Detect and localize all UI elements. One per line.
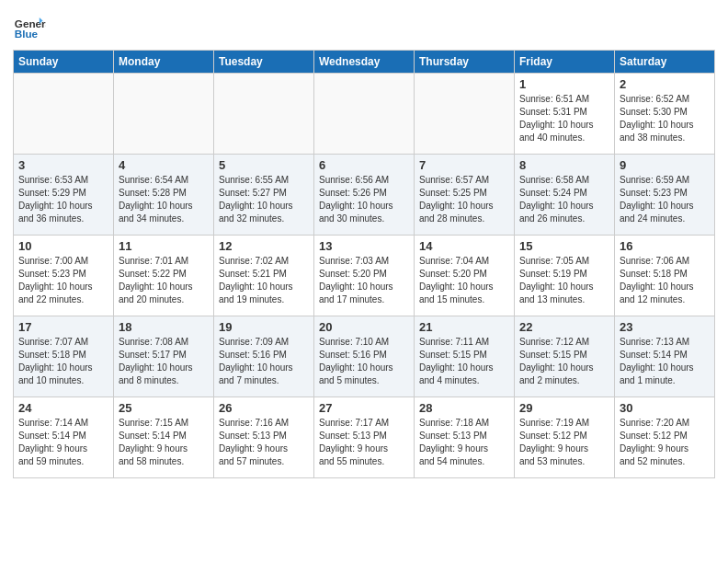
- day-info: Sunrise: 7:16 AM Sunset: 5:13 PM Dayligh…: [219, 417, 309, 468]
- day-info: Sunrise: 7:03 AM Sunset: 5:20 PM Dayligh…: [319, 255, 409, 306]
- calendar-cell: 8Sunrise: 6:58 AM Sunset: 5:24 PM Daylig…: [515, 155, 615, 236]
- calendar-cell: 23Sunrise: 7:13 AM Sunset: 5:14 PM Dayli…: [615, 316, 715, 397]
- svg-text:Blue: Blue: [15, 28, 39, 40]
- day-info: Sunrise: 6:59 AM Sunset: 5:23 PM Dayligh…: [620, 174, 710, 225]
- day-number: 7: [419, 158, 509, 172]
- weekday-header-sunday: Sunday: [14, 51, 114, 74]
- day-info: Sunrise: 6:58 AM Sunset: 5:24 PM Dayligh…: [519, 174, 609, 225]
- day-number: 27: [319, 401, 409, 415]
- day-info: Sunrise: 7:07 AM Sunset: 5:18 PM Dayligh…: [18, 336, 108, 387]
- day-number: 24: [18, 401, 108, 415]
- calendar-cell: 15Sunrise: 7:05 AM Sunset: 5:19 PM Dayli…: [515, 236, 615, 316]
- calendar-cell: [14, 74, 114, 155]
- day-number: 17: [18, 320, 108, 334]
- calendar-cell: 20Sunrise: 7:10 AM Sunset: 5:16 PM Dayli…: [314, 316, 415, 397]
- calendar-cell: 6Sunrise: 6:56 AM Sunset: 5:26 PM Daylig…: [314, 155, 415, 236]
- day-info: Sunrise: 6:54 AM Sunset: 5:28 PM Dayligh…: [119, 174, 209, 225]
- day-info: Sunrise: 7:19 AM Sunset: 5:12 PM Dayligh…: [519, 417, 609, 468]
- day-number: 2: [620, 77, 710, 91]
- logo-icon: General Blue: [13, 9, 46, 42]
- day-info: Sunrise: 7:06 AM Sunset: 5:18 PM Dayligh…: [620, 255, 710, 306]
- day-info: Sunrise: 7:09 AM Sunset: 5:16 PM Dayligh…: [219, 336, 309, 387]
- day-info: Sunrise: 6:51 AM Sunset: 5:31 PM Dayligh…: [519, 93, 609, 144]
- calendar-cell: 22Sunrise: 7:12 AM Sunset: 5:15 PM Dayli…: [515, 316, 615, 397]
- calendar-cell: 26Sunrise: 7:16 AM Sunset: 5:13 PM Dayli…: [214, 397, 314, 478]
- day-info: Sunrise: 7:01 AM Sunset: 5:22 PM Dayligh…: [119, 255, 209, 306]
- calendar-cell: [314, 74, 415, 155]
- day-info: Sunrise: 7:04 AM Sunset: 5:20 PM Dayligh…: [419, 255, 509, 306]
- calendar-cell: 9Sunrise: 6:59 AM Sunset: 5:23 PM Daylig…: [615, 155, 715, 236]
- calendar-cell: 13Sunrise: 7:03 AM Sunset: 5:20 PM Dayli…: [314, 236, 415, 316]
- calendar-cell: 30Sunrise: 7:20 AM Sunset: 5:12 PM Dayli…: [615, 397, 715, 478]
- day-number: 8: [519, 158, 609, 172]
- calendar-cell: 14Sunrise: 7:04 AM Sunset: 5:20 PM Dayli…: [415, 236, 515, 316]
- weekday-header-tuesday: Tuesday: [214, 51, 314, 74]
- day-info: Sunrise: 7:12 AM Sunset: 5:15 PM Dayligh…: [519, 336, 609, 387]
- day-number: 3: [18, 158, 108, 172]
- day-number: 15: [519, 239, 609, 253]
- calendar-cell: 19Sunrise: 7:09 AM Sunset: 5:16 PM Dayli…: [214, 316, 314, 397]
- calendar-cell: 17Sunrise: 7:07 AM Sunset: 5:18 PM Dayli…: [14, 316, 114, 397]
- weekday-header-thursday: Thursday: [415, 51, 515, 74]
- calendar-cell: 25Sunrise: 7:15 AM Sunset: 5:14 PM Dayli…: [114, 397, 214, 478]
- day-number: 30: [620, 401, 710, 415]
- day-number: 5: [219, 158, 309, 172]
- day-info: Sunrise: 7:11 AM Sunset: 5:15 PM Dayligh…: [419, 336, 509, 387]
- calendar-cell: 3Sunrise: 6:53 AM Sunset: 5:29 PM Daylig…: [14, 155, 114, 236]
- calendar-cell: 7Sunrise: 6:57 AM Sunset: 5:25 PM Daylig…: [415, 155, 515, 236]
- weekday-header-wednesday: Wednesday: [314, 51, 415, 74]
- day-info: Sunrise: 7:15 AM Sunset: 5:14 PM Dayligh…: [119, 417, 209, 468]
- day-info: Sunrise: 6:53 AM Sunset: 5:29 PM Dayligh…: [18, 174, 108, 225]
- day-number: 29: [519, 401, 609, 415]
- day-info: Sunrise: 7:17 AM Sunset: 5:13 PM Dayligh…: [319, 417, 409, 468]
- page: General Blue SundayMondayTuesdayWednesda…: [0, 0, 728, 488]
- day-number: 13: [319, 239, 409, 253]
- day-number: 26: [219, 401, 309, 415]
- day-number: 11: [119, 239, 209, 253]
- day-number: 19: [219, 320, 309, 334]
- logo: General Blue: [13, 9, 46, 42]
- calendar-cell: 18Sunrise: 7:08 AM Sunset: 5:17 PM Dayli…: [114, 316, 214, 397]
- calendar-cell: [114, 74, 214, 155]
- day-number: 20: [319, 320, 409, 334]
- day-info: Sunrise: 7:10 AM Sunset: 5:16 PM Dayligh…: [319, 336, 409, 387]
- calendar-cell: 27Sunrise: 7:17 AM Sunset: 5:13 PM Dayli…: [314, 397, 415, 478]
- weekday-header-friday: Friday: [515, 51, 615, 74]
- day-info: Sunrise: 6:56 AM Sunset: 5:26 PM Dayligh…: [319, 174, 409, 225]
- day-number: 21: [419, 320, 509, 334]
- day-info: Sunrise: 6:55 AM Sunset: 5:27 PM Dayligh…: [219, 174, 309, 225]
- day-info: Sunrise: 7:14 AM Sunset: 5:14 PM Dayligh…: [18, 417, 108, 468]
- day-info: Sunrise: 7:13 AM Sunset: 5:14 PM Dayligh…: [620, 336, 710, 387]
- day-number: 1: [519, 77, 609, 91]
- calendar-cell: 10Sunrise: 7:00 AM Sunset: 5:23 PM Dayli…: [14, 236, 114, 316]
- day-number: 4: [119, 158, 209, 172]
- day-info: Sunrise: 7:08 AM Sunset: 5:17 PM Dayligh…: [119, 336, 209, 387]
- week-row-2: 3Sunrise: 6:53 AM Sunset: 5:29 PM Daylig…: [14, 155, 715, 236]
- calendar-cell: 5Sunrise: 6:55 AM Sunset: 5:27 PM Daylig…: [214, 155, 314, 236]
- day-number: 18: [119, 320, 209, 334]
- day-number: 10: [18, 239, 108, 253]
- calendar: SundayMondayTuesdayWednesdayThursdayFrid…: [13, 50, 715, 478]
- header: General Blue: [13, 9, 715, 42]
- day-number: 22: [519, 320, 609, 334]
- day-info: Sunrise: 7:00 AM Sunset: 5:23 PM Dayligh…: [18, 255, 108, 306]
- week-row-5: 24Sunrise: 7:14 AM Sunset: 5:14 PM Dayli…: [14, 397, 715, 478]
- day-number: 12: [219, 239, 309, 253]
- weekday-header-row: SundayMondayTuesdayWednesdayThursdayFrid…: [14, 51, 715, 74]
- day-number: 9: [620, 158, 710, 172]
- day-info: Sunrise: 7:20 AM Sunset: 5:12 PM Dayligh…: [620, 417, 710, 468]
- calendar-cell: 1Sunrise: 6:51 AM Sunset: 5:31 PM Daylig…: [515, 74, 615, 155]
- calendar-cell: 28Sunrise: 7:18 AM Sunset: 5:13 PM Dayli…: [415, 397, 515, 478]
- calendar-cell: 2Sunrise: 6:52 AM Sunset: 5:30 PM Daylig…: [615, 74, 715, 155]
- calendar-cell: 4Sunrise: 6:54 AM Sunset: 5:28 PM Daylig…: [114, 155, 214, 236]
- calendar-cell: [214, 74, 314, 155]
- calendar-cell: 12Sunrise: 7:02 AM Sunset: 5:21 PM Dayli…: [214, 236, 314, 316]
- calendar-cell: 21Sunrise: 7:11 AM Sunset: 5:15 PM Dayli…: [415, 316, 515, 397]
- day-number: 23: [620, 320, 710, 334]
- day-info: Sunrise: 6:52 AM Sunset: 5:30 PM Dayligh…: [620, 93, 710, 144]
- week-row-4: 17Sunrise: 7:07 AM Sunset: 5:18 PM Dayli…: [14, 316, 715, 397]
- day-info: Sunrise: 7:05 AM Sunset: 5:19 PM Dayligh…: [519, 255, 609, 306]
- calendar-cell: 29Sunrise: 7:19 AM Sunset: 5:12 PM Dayli…: [515, 397, 615, 478]
- calendar-cell: [415, 74, 515, 155]
- day-info: Sunrise: 7:18 AM Sunset: 5:13 PM Dayligh…: [419, 417, 509, 468]
